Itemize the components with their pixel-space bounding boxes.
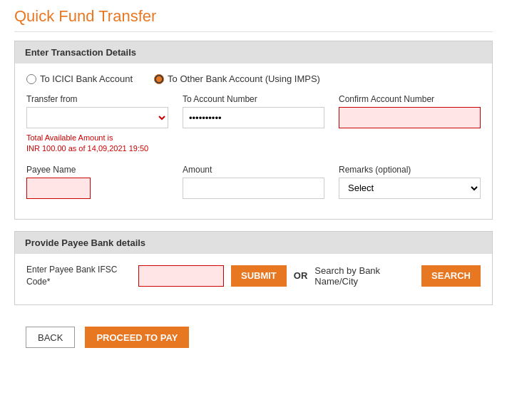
ifsc-row: Enter Payee Bank IFSC Code* 5 SUBMIT OR … [26,264,481,288]
or-text: OR [294,270,308,281]
remarks-select[interactable]: Select [339,178,481,199]
page-title: Quick Fund Transfer [14,7,493,32]
radio-row: To ICICI Bank Account To Other Bank Acco… [26,73,481,84]
payee-name-input[interactable] [26,178,91,199]
search-button[interactable]: SEARCH [421,265,481,287]
payee-name-group: Payee Name [26,165,168,199]
transfer-from-group: Transfer from Total Available Amount is … [26,94,168,155]
total-amount-text: Total Available Amount is INR 100.00 as … [26,133,168,155]
radio-icici-input[interactable] [26,74,36,84]
radio-other-label: To Other Bank Account (Using IMPS) [168,73,320,84]
confirm-account-group: Confirm Account Number [339,94,481,128]
back-button[interactable]: BACK [26,327,75,348]
radio-other-input[interactable] [154,74,164,84]
form-row-1: Transfer from Total Available Amount is … [26,94,481,155]
footer-row: BACK PROCEED TO PAY [14,317,493,358]
account-number-input[interactable] [183,107,324,128]
transaction-section-header: Enter Transaction Details [15,41,492,63]
confirm-account-label: Confirm Account Number [339,94,481,104]
amount-group: Amount ₹ 100 [183,165,324,199]
remarks-group: Remarks (optional) Select [339,165,481,199]
transfer-from-select[interactable] [26,107,168,128]
radio-icici-label: To ICICI Bank Account [40,73,133,84]
account-number-label: To Account Number [183,94,324,104]
transaction-section: Enter Transaction Details To ICICI Bank … [14,41,493,220]
transfer-from-label: Transfer from [26,94,168,104]
payee-section: Provide Payee Bank details Enter Payee B… [14,231,493,306]
form-row-2: Payee Name Amount ₹ 100 Remarks (optiona… [26,165,481,199]
remarks-label: Remarks (optional) [339,165,481,175]
ifsc-input[interactable]: 5 [138,265,224,287]
search-by-label: Search by Bank Name/City [314,265,414,287]
radio-other[interactable]: To Other Bank Account (Using IMPS) [154,73,320,84]
amount-label: Amount [183,165,324,175]
radio-icici[interactable]: To ICICI Bank Account [26,73,133,84]
ifsc-label: Enter Payee Bank IFSC Code* [26,264,131,288]
payee-section-header: Provide Payee Bank details [15,232,492,254]
amount-input[interactable]: ₹ 100 [183,178,324,199]
submit-button[interactable]: SUBMIT [231,265,287,287]
confirm-account-input[interactable] [339,107,481,128]
proceed-button[interactable]: PROCEED TO PAY [85,327,189,348]
payee-name-label: Payee Name [26,165,168,175]
account-number-group: To Account Number [183,94,324,128]
